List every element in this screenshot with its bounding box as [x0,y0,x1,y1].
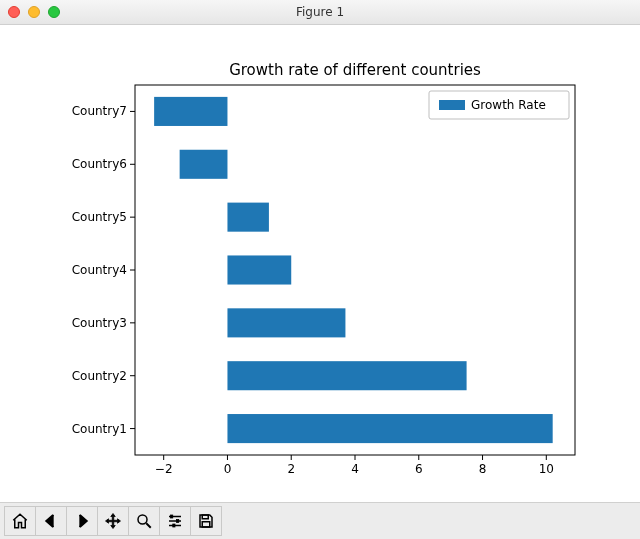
titlebar: Figure 1 [0,0,640,25]
pan-button[interactable] [97,506,129,536]
figure-canvas[interactable]: Growth rate of different countries −2024… [0,25,640,502]
plot-border [135,85,575,455]
y-tick-label: Country1 [72,421,127,435]
home-button[interactable] [4,506,36,536]
window-title: Figure 1 [0,5,640,19]
svg-rect-15 [171,515,173,518]
legend-swatch [439,100,465,110]
minimize-icon[interactable] [28,6,40,18]
figure-window: Figure 1 Growth rate of different countr… [0,0,640,539]
nav-toolbar [0,502,640,539]
home-icon [11,512,29,530]
legend-label: Growth Rate [471,98,546,112]
svg-rect-18 [202,515,208,519]
x-tick-label: 6 [415,462,423,476]
subplots-button[interactable] [159,506,191,536]
plot-area [154,96,553,442]
svg-rect-16 [177,519,179,522]
x-tick-label: 8 [479,462,487,476]
svg-rect-19 [202,522,210,527]
y-axis: Country1Country2Country3Country4Country5… [72,104,135,435]
zoom-button[interactable] [128,506,160,536]
bar [227,414,552,443]
back-button[interactable] [35,506,67,536]
chart-svg: Growth rate of different countries −2024… [0,25,640,502]
x-tick-label: 2 [287,462,295,476]
arrow-left-icon [42,512,60,530]
sliders-icon [166,512,184,530]
window-controls [8,6,60,18]
bar [180,149,228,178]
x-tick-label: 0 [224,462,232,476]
svg-point-14 [138,515,147,524]
y-tick-label: Country6 [72,157,127,171]
close-icon[interactable] [8,6,20,18]
x-axis: −20246810 [155,455,554,476]
y-tick-label: Country3 [72,315,127,329]
x-tick-label: −2 [155,462,173,476]
maximize-icon[interactable] [48,6,60,18]
bar [227,255,291,284]
bar [227,308,345,337]
bar [227,361,466,390]
svg-rect-17 [173,524,175,527]
y-tick-label: Country5 [72,210,127,224]
move-icon [104,512,122,530]
arrow-right-icon [73,512,91,530]
bar [154,96,227,125]
x-tick-label: 4 [351,462,359,476]
save-icon [197,512,215,530]
y-tick-label: Country2 [72,368,127,382]
x-tick-label: 10 [539,462,554,476]
y-tick-label: Country7 [72,104,127,118]
forward-button[interactable] [66,506,98,536]
legend: Growth Rate [429,91,569,119]
y-tick-label: Country4 [72,263,127,277]
save-button[interactable] [190,506,222,536]
bar [227,202,268,231]
chart-title: Growth rate of different countries [229,61,481,79]
zoom-icon [135,512,153,530]
